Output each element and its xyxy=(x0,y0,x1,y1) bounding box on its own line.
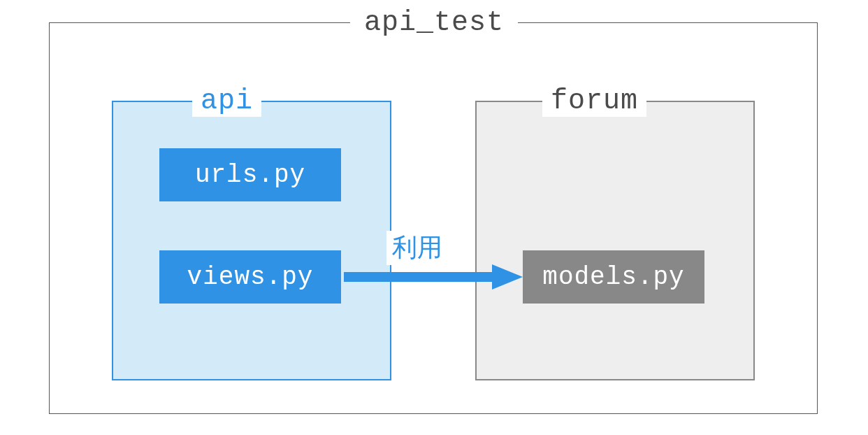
arrow-label: 利用 xyxy=(386,231,448,265)
api-box xyxy=(112,101,391,380)
arrow-uses xyxy=(344,263,523,291)
file-models-py: models.py xyxy=(523,250,704,304)
arrow-right-icon xyxy=(344,263,523,291)
forum-box xyxy=(475,101,755,380)
api-label: api xyxy=(192,85,261,117)
forum-label: forum xyxy=(542,85,646,117)
outer-label: api_test xyxy=(350,7,518,38)
svg-marker-1 xyxy=(492,264,523,290)
diagram-container: api_test api forum urls.py views.py mode… xyxy=(0,0,868,435)
file-views-py: views.py xyxy=(159,250,341,304)
file-urls-py: urls.py xyxy=(159,148,341,201)
